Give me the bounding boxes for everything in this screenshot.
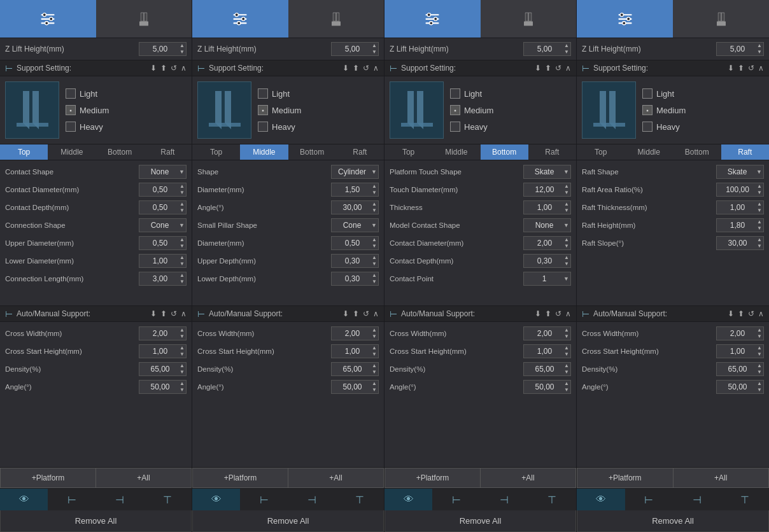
auto-import-btn[interactable]: ⬇	[342, 309, 349, 318]
auto-export-btn[interactable]: ⬆	[738, 309, 744, 318]
tab-middle[interactable]: Middle	[48, 144, 95, 160]
dropdown-input[interactable]: Cone▼	[139, 218, 187, 232]
checkbox-item-light[interactable]: Light	[66, 88, 109, 99]
model-header-button[interactable]	[481, 0, 577, 38]
auto-import-btn[interactable]: ⬇	[535, 309, 541, 318]
checkbox-item-heavy[interactable]: Heavy	[450, 122, 493, 132]
tab-raft[interactable]: Raft	[336, 144, 384, 160]
number-input[interactable]: 1,50▲▼	[331, 183, 379, 197]
support-icon-3[interactable]: ⊤	[144, 489, 192, 510]
number-input[interactable]: 30,00▲▼	[331, 200, 379, 214]
import-btn[interactable]: ⬇	[535, 64, 541, 73]
number-input[interactable]: 2,00▲▼	[523, 236, 571, 250]
support-icon-3[interactable]: ⊤	[336, 489, 384, 510]
tab-bottom[interactable]: Bottom	[481, 144, 528, 160]
checkbox-medium[interactable]: ▪	[642, 105, 653, 115]
number-input[interactable]: 1,00▲▼	[139, 254, 187, 268]
auto-collapse-btn[interactable]: ∧	[373, 309, 379, 318]
remove-all-button[interactable]: Remove All	[192, 510, 384, 532]
number-input[interactable]: 2,00▲▼	[139, 326, 187, 340]
dropdown-input[interactable]: Cylinder▼	[331, 165, 379, 179]
remove-all-button[interactable]: Remove All	[0, 510, 192, 532]
number-input[interactable]: 1,00▲▼	[523, 200, 571, 214]
checkbox-heavy[interactable]	[450, 122, 460, 132]
checkbox-item-light[interactable]: Light	[450, 88, 493, 99]
number-input[interactable]: 2,00▲▼	[523, 326, 571, 340]
number-input[interactable]: 1,00▲▼	[523, 344, 571, 358]
number-input[interactable]: 50,00▲▼	[331, 380, 379, 394]
checkbox-item-heavy[interactable]: Heavy	[66, 122, 109, 132]
number-input[interactable]: 65,00▲▼	[716, 362, 764, 376]
support-icon-1[interactable]: ⊢	[48, 489, 95, 510]
tab-bottom[interactable]: Bottom	[288, 144, 336, 160]
settings-header-button[interactable]	[384, 0, 481, 38]
export-btn[interactable]: ⬆	[160, 64, 167, 73]
dropdown-input[interactable]: Skate▼	[716, 165, 764, 179]
settings-header-button[interactable]	[192, 0, 288, 38]
checkbox-light[interactable]	[642, 88, 653, 99]
number-input[interactable]: 0,30▲▼	[331, 272, 379, 286]
support-icon-3[interactable]: ⊤	[528, 489, 576, 510]
refresh-btn[interactable]: ↺	[748, 64, 754, 73]
support-icon-2[interactable]: ⊣	[481, 489, 528, 510]
checkbox-item-medium[interactable]: ▪Medium	[642, 105, 686, 115]
number-input[interactable]: 50,00▲▼	[716, 380, 764, 394]
refresh-btn[interactable]: ↺	[363, 64, 369, 73]
tab-raft[interactable]: Raft	[721, 144, 770, 160]
eye-icon[interactable]: 👁	[0, 489, 48, 510]
auto-refresh-btn[interactable]: ↺	[555, 309, 561, 318]
remove-all-button[interactable]: Remove All	[577, 510, 769, 532]
number-input[interactable]: 5,00▲▼	[331, 42, 379, 56]
model-header-button[interactable]	[673, 0, 769, 38]
collapse-btn[interactable]: ∧	[373, 64, 379, 73]
dropdown-input[interactable]: None▼	[523, 218, 571, 232]
number-input[interactable]: 2,00▲▼	[716, 326, 764, 340]
eye-icon[interactable]: 👁	[577, 489, 625, 510]
support-icon-1[interactable]: ⊢	[240, 489, 288, 510]
number-input[interactable]: 5,00▲▼	[716, 42, 764, 56]
checkbox-item-light[interactable]: Light	[642, 88, 686, 99]
dropdown-input[interactable]: None▼	[139, 165, 187, 179]
checkbox-heavy[interactable]	[66, 122, 76, 132]
tab-middle[interactable]: Middle	[432, 144, 480, 160]
platform-button[interactable]: +Platform	[0, 468, 95, 488]
auto-refresh-btn[interactable]: ↺	[363, 309, 369, 318]
tab-raft[interactable]: Raft	[528, 144, 576, 160]
number-input[interactable]: 0,30▲▼	[523, 254, 571, 268]
tab-bottom[interactable]: Bottom	[96, 144, 144, 160]
support-icon-1[interactable]: ⊢	[432, 489, 480, 510]
checkbox-light[interactable]	[450, 88, 460, 99]
auto-export-btn[interactable]: ⬆	[545, 309, 551, 318]
number-input[interactable]: 2,00▲▼	[331, 326, 379, 340]
number-input[interactable]: 50,00▲▼	[139, 380, 187, 394]
number-input[interactable]: 1,00▲▼	[139, 344, 187, 358]
tab-top[interactable]: Top	[577, 144, 625, 160]
checkbox-item-medium[interactable]: ▪Medium	[66, 105, 109, 115]
import-btn[interactable]: ⬇	[342, 64, 349, 73]
support-icon-2[interactable]: ⊣	[673, 489, 721, 510]
export-btn[interactable]: ⬆	[545, 64, 551, 73]
all-button[interactable]: +All	[480, 468, 576, 488]
settings-header-button[interactable]	[577, 0, 673, 38]
dropdown-input[interactable]: 1▼	[523, 272, 571, 286]
checkbox-item-medium[interactable]: ▪Medium	[450, 105, 493, 115]
auto-collapse-btn[interactable]: ∧	[565, 309, 571, 318]
tab-bottom[interactable]: Bottom	[673, 144, 721, 160]
checkbox-heavy[interactable]	[258, 122, 268, 132]
model-header-button[interactable]	[288, 0, 384, 38]
number-input[interactable]: 100,00▲▼	[716, 183, 764, 197]
platform-button[interactable]: +Platform	[384, 468, 480, 488]
collapse-btn[interactable]: ∧	[565, 64, 571, 73]
export-btn[interactable]: ⬆	[738, 64, 744, 73]
collapse-btn[interactable]: ∧	[758, 64, 764, 73]
auto-import-btn[interactable]: ⬇	[728, 309, 734, 318]
number-input[interactable]: 1,00▲▼	[716, 344, 764, 358]
auto-collapse-btn[interactable]: ∧	[181, 309, 187, 318]
checkbox-item-heavy[interactable]: Heavy	[258, 122, 301, 132]
eye-icon[interactable]: 👁	[192, 489, 240, 510]
number-input[interactable]: 0,50▲▼	[331, 236, 379, 250]
number-input[interactable]: 0,50▲▼	[139, 236, 187, 250]
number-input[interactable]: 12,00▲▼	[523, 183, 571, 197]
tab-middle[interactable]: Middle	[625, 144, 674, 160]
checkbox-light[interactable]	[258, 88, 268, 99]
